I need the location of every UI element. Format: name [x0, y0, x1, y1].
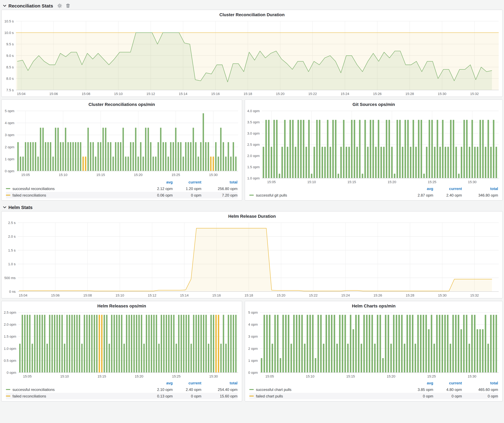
svg-text:15:06: 15:06 — [51, 294, 60, 297]
helm-release-duration-chart[interactable]: 15:0415:0615:0815:1015:1215:1415:1615:18… — [1, 220, 503, 298]
svg-text:15:06: 15:06 — [49, 92, 58, 96]
svg-text:0 opm: 0 opm — [5, 169, 14, 173]
helm-charts-opm-chart[interactable]: 15:0515:1015:1515:2015:2515:300 opm1 opm… — [245, 309, 503, 379]
svg-text:3.5 opm: 3.5 opm — [247, 120, 260, 124]
svg-text:0 opm: 0 opm — [7, 371, 16, 375]
legend-row-failed-chart-pulls: failed chart pulls 0 opm 0 opm 0 opm — [249, 393, 498, 399]
svg-text:2.5 opm: 2.5 opm — [4, 311, 16, 314]
svg-text:15:28: 15:28 — [406, 294, 414, 297]
svg-text:1 opm: 1 opm — [248, 359, 258, 363]
svg-text:15:08: 15:08 — [82, 92, 90, 96]
gear-icon[interactable] — [58, 3, 62, 8]
svg-text:2.0 s: 2.0 s — [8, 235, 16, 238]
panel-cluster-reconciliation-duration: Cluster Reconciliation Duration 15:0415:… — [1, 10, 503, 97]
svg-text:3.0 opm: 3.0 opm — [247, 131, 260, 135]
svg-text:15:10: 15:10 — [306, 374, 314, 378]
legend-series-label: failed reconciliations — [12, 394, 46, 398]
series-color-swatch — [6, 188, 10, 189]
legend-col-current[interactable]: current — [433, 381, 462, 385]
svg-text:15:20: 15:20 — [134, 173, 143, 177]
panel-title-cluster-reconciliations-opm[interactable]: Cluster Reconciliations ops/min — [89, 102, 155, 107]
svg-text:15:10: 15:10 — [114, 92, 123, 96]
svg-text:15:20: 15:20 — [276, 92, 284, 96]
svg-text:15:22: 15:22 — [309, 294, 318, 297]
panel-title-helm-charts-opm[interactable]: Helm Charts ops/min — [352, 303, 396, 308]
legend-series-toggle[interactable]: failed reconciliations — [6, 193, 144, 197]
legend-total-value: 15.60 opm — [201, 394, 238, 398]
svg-text:4 opm: 4 opm — [248, 323, 258, 326]
svg-text:15:04: 15:04 — [19, 294, 27, 297]
legend-col-avg[interactable]: avg — [144, 180, 173, 184]
panel-title-helm-release-duration[interactable]: Helm Release Duration — [228, 213, 276, 218]
legend-current-value: 0 opm — [433, 394, 462, 398]
legend-col-total[interactable]: total — [462, 381, 498, 385]
svg-text:15:30: 15:30 — [438, 92, 446, 96]
legend-col-total[interactable]: total — [462, 186, 498, 191]
svg-text:15:15: 15:15 — [346, 374, 355, 378]
legend-col-current[interactable]: current — [433, 186, 462, 191]
legend-series-toggle[interactable]: failed chart pulls — [249, 394, 405, 398]
svg-text:1.0 opm: 1.0 opm — [247, 176, 260, 180]
legend-col-avg[interactable]: avg — [405, 186, 433, 191]
panel-title-git-sources-opm[interactable]: Git Sources ops/min — [353, 102, 395, 107]
panel-row: Helm Releases ops/min 15:0515:1015:1515:… — [1, 301, 503, 401]
legend-row-successful-reconciliations: successful reconciliations 2.12 opm 1.20… — [6, 185, 238, 192]
legend-avg-value: 0.06 opm — [144, 193, 173, 197]
legend-col-current[interactable]: current — [173, 180, 201, 184]
svg-text:15:18: 15:18 — [244, 92, 252, 96]
helm-releases-opm-chart[interactable]: 15:0515:1015:1515:2015:2515:300 opm0.5 o… — [1, 309, 242, 379]
legend-series-toggle[interactable]: failed reconciliations — [6, 394, 144, 398]
section-header-reconciliation-stats[interactable]: Reconciliation Stats — [1, 1, 503, 10]
legend-row-successful-chart-pulls: successful chart pulls 3.85 opm 4.80 opm… — [249, 386, 498, 393]
legend-current-value: 2.40 opm — [173, 387, 201, 392]
panel-helm-releases-opm: Helm Releases ops/min 15:0515:1015:1515:… — [1, 301, 242, 401]
svg-text:15:30: 15:30 — [209, 374, 218, 378]
legend-total-value: 465.60 opm — [462, 387, 498, 392]
legend-header: avg current total — [249, 185, 498, 192]
legend-header: avg current total — [249, 380, 498, 386]
git-sources-opm-chart[interactable]: 15:0515:1015:1515:2015:2515:301.0 opm1.5… — [245, 108, 503, 185]
svg-text:15:30: 15:30 — [438, 294, 446, 297]
svg-text:1.5 s: 1.5 s — [8, 248, 16, 252]
legend-avg-value: 0.13 opm — [144, 394, 173, 398]
section-header-helm-stats[interactable]: Helm Stats — [1, 203, 503, 211]
svg-text:10.5 s: 10.5 s — [4, 19, 14, 23]
legend-avg-value: 3.85 opm — [405, 387, 433, 392]
svg-text:15:18: 15:18 — [245, 294, 253, 297]
svg-text:3 opm: 3 opm — [5, 133, 14, 137]
section-title: Reconciliation Stats — [8, 3, 53, 8]
panel-header: Cluster Reconciliation Duration — [1, 10, 503, 18]
svg-text:15:20: 15:20 — [387, 374, 395, 378]
svg-text:15:05: 15:05 — [267, 180, 276, 184]
legend-series-toggle[interactable]: successful chart pulls — [249, 387, 405, 392]
svg-text:15:24: 15:24 — [341, 92, 349, 96]
svg-text:0 ns: 0 ns — [9, 290, 16, 294]
svg-text:2 opm: 2 opm — [248, 347, 258, 351]
trash-icon[interactable] — [66, 3, 70, 8]
legend-col-current[interactable]: current — [173, 381, 201, 385]
cluster-reconciliation-duration-chart[interactable]: 15:0415:0615:0815:1015:1215:1415:1615:18… — [1, 18, 503, 97]
cluster-reconciliations-opm-chart[interactable]: 15:0515:1015:1515:2015:2515:300 opm1 opm… — [1, 108, 242, 177]
chevron-down-icon — [3, 206, 6, 209]
svg-text:2.0 opm: 2.0 opm — [4, 323, 16, 326]
panel-git-sources-opm: Git Sources ops/min 15:0515:1015:1515:20… — [245, 99, 503, 201]
legend-current-value: 1.20 opm — [173, 186, 201, 191]
svg-text:15:14: 15:14 — [179, 92, 187, 96]
panel-title-cluster-reconciliation-duration[interactable]: Cluster Reconciliation Duration — [219, 12, 285, 17]
legend-series-toggle[interactable]: successful git pulls — [249, 193, 405, 197]
legend-col-avg[interactable]: avg — [144, 381, 173, 385]
panel-cluster-reconciliations-opm: Cluster Reconciliations ops/min 15:0515:… — [1, 99, 242, 201]
legend-col-total[interactable]: total — [201, 381, 238, 385]
legend-col-total[interactable]: total — [201, 180, 238, 184]
svg-text:15:20: 15:20 — [135, 374, 143, 378]
legend-series-toggle[interactable]: successful reconciliations — [6, 387, 144, 392]
legend-row-failed-reconciliations: failed reconciliations 0.13 opm 0 opm 15… — [6, 393, 238, 399]
svg-text:15:20: 15:20 — [388, 180, 396, 184]
svg-text:15:10: 15:10 — [59, 173, 67, 177]
legend-series-toggle[interactable]: successful reconciliations — [6, 186, 144, 191]
section-actions — [58, 3, 70, 8]
legend-current-value: 4.80 opm — [433, 387, 462, 392]
panel-title-helm-releases-opm[interactable]: Helm Releases ops/min — [97, 303, 146, 308]
svg-text:15:24: 15:24 — [341, 294, 350, 297]
legend-col-avg[interactable]: avg — [405, 381, 433, 385]
